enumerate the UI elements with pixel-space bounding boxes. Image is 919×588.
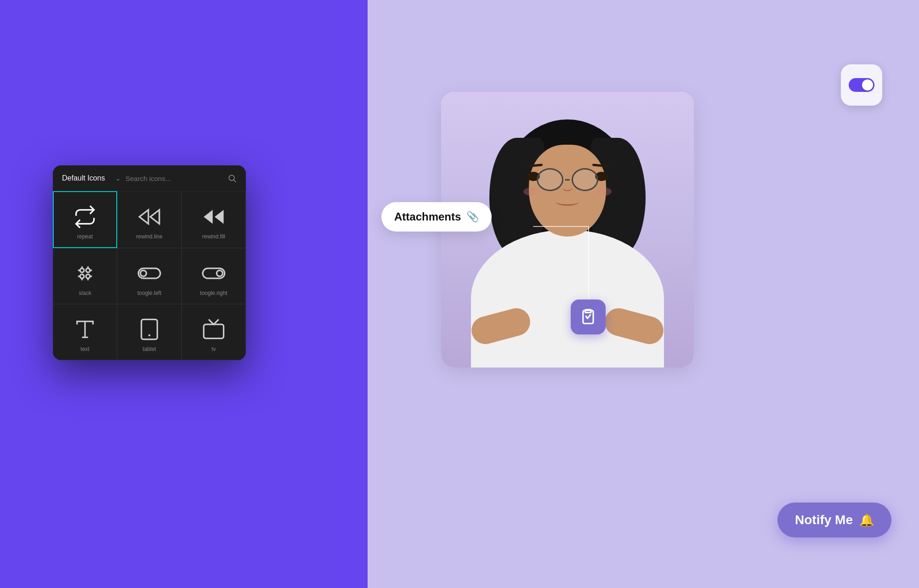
svg-marker-6 (215, 210, 224, 224)
clipboard-check-icon (579, 308, 597, 326)
notify-me-label: Notify Me (795, 513, 853, 527)
svg-point-10 (86, 274, 90, 278)
icon-cell-slack[interactable]: slack (53, 248, 117, 304)
svg-rect-19 (138, 268, 160, 278)
toggle-right-icon (202, 261, 226, 285)
woman-figure (457, 110, 678, 368)
connector-line-h (533, 226, 588, 227)
toggle-thumb (862, 79, 873, 90)
checkbox-widget[interactable] (571, 300, 606, 334)
slack-icon (73, 261, 97, 285)
glasses-left-lens (537, 168, 563, 191)
icon-cell-repeat[interactable]: repeat (53, 191, 117, 248)
svg-rect-29 (585, 310, 591, 312)
icon-cell-toggle-left[interactable]: toogle.left (117, 248, 182, 304)
toggle-track[interactable] (849, 78, 874, 92)
icon-panel-header: Default Icons ⌄ (53, 165, 246, 191)
svg-point-8 (86, 268, 90, 272)
repeat-icon (73, 205, 97, 229)
icon-label-tv: tv (211, 346, 216, 352)
right-background: Attachments 📎 Notify Me 🔔 (368, 0, 919, 588)
tablet-icon (137, 317, 161, 341)
icon-label-text: text (80, 346, 89, 352)
svg-point-22 (217, 271, 223, 277)
svg-point-9 (80, 274, 84, 278)
icon-label-repeat: repeat (77, 233, 93, 240)
bell-icon: 🔔 (859, 513, 874, 527)
attachments-label: Attachments (394, 210, 461, 223)
shirt (471, 230, 664, 368)
icon-panel: Default Icons ⌄ repeat (53, 165, 246, 360)
paperclip-icon: 📎 (466, 211, 479, 223)
svg-point-7 (80, 268, 84, 272)
icon-label-rewind-line: rewind.line (136, 233, 162, 240)
icon-label-toggle-left: toogle.left (137, 290, 161, 296)
glasses-right-lens (572, 168, 598, 191)
svg-rect-27 (204, 324, 223, 338)
icon-cell-tablet[interactable]: tablet (117, 304, 182, 360)
svg-point-0 (229, 175, 234, 181)
svg-marker-5 (204, 210, 213, 224)
svg-rect-21 (203, 268, 225, 278)
svg-line-1 (234, 180, 236, 182)
attachments-pill[interactable]: Attachments 📎 (381, 202, 492, 232)
right-cheek (597, 187, 612, 196)
icon-cell-rewind-fill[interactable]: rewind.fill (182, 191, 246, 248)
toggle-left-icon (137, 261, 161, 285)
rewind-line-icon (137, 205, 161, 229)
left-cheek (523, 187, 538, 196)
left-background: Default Icons ⌄ repeat (0, 0, 368, 588)
icon-label-slack: slack (79, 290, 91, 296)
connector-line-v (588, 226, 589, 300)
dropdown-chevron-icon[interactable]: ⌄ (115, 175, 121, 182)
icon-label-tablet: tablet (142, 346, 156, 352)
icon-cell-tv[interactable]: tv (182, 304, 246, 360)
icon-search-input[interactable] (125, 175, 223, 182)
icon-cell-toggle-right[interactable]: toogle.right (182, 248, 246, 304)
svg-point-26 (148, 334, 150, 336)
icon-grid: repeat rewind.line rewind.fill (53, 191, 246, 360)
search-icon (227, 174, 237, 183)
svg-marker-2 (139, 210, 148, 224)
icon-label-rewind-fill: rewind.fill (202, 233, 225, 240)
text-icon (73, 317, 97, 341)
svg-rect-25 (142, 319, 158, 339)
icon-cell-text[interactable]: text (53, 304, 117, 360)
icon-cell-rewind-line[interactable]: rewind.line (117, 191, 182, 248)
notify-me-button[interactable]: Notify Me 🔔 (777, 503, 891, 537)
glasses-bridge (565, 179, 570, 181)
toggle-widget[interactable] (841, 64, 882, 106)
icon-panel-title: Default Icons (62, 174, 111, 182)
svg-marker-4 (150, 210, 159, 224)
svg-point-20 (141, 271, 147, 277)
nose (562, 185, 573, 191)
smile (556, 198, 579, 206)
tv-icon (202, 317, 226, 341)
rewind-fill-icon (202, 205, 226, 229)
icon-label-toggle-right: toogle.right (200, 290, 227, 296)
